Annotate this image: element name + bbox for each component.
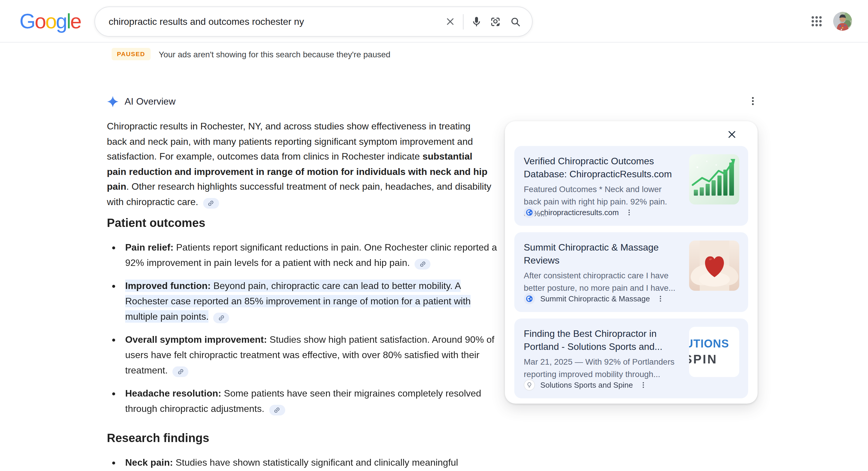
search-icon[interactable] xyxy=(508,14,523,29)
bullet-label: Pain relief: xyxy=(125,242,174,252)
source-attribution-row[interactable]: chiropracticresults.com xyxy=(524,207,634,218)
apps-grid-icon[interactable] xyxy=(811,16,822,27)
paused-status-badge: PAUSED xyxy=(112,48,151,60)
bullet-label: Headache resolution: xyxy=(125,388,221,398)
section-title: Research findings xyxy=(107,432,501,445)
source-thumbnail-heart-in-hands[interactable] xyxy=(689,240,739,291)
ai-overview-header: AI Overview xyxy=(107,96,176,108)
ai-overview-label: AI Overview xyxy=(125,96,176,107)
source-link-chip[interactable] xyxy=(203,198,219,208)
source-domain[interactable]: Solutions Sports and Spine xyxy=(540,381,633,389)
ai-bullet: Overall symptom improvement: Studies sho… xyxy=(107,332,501,378)
logo-letter: g xyxy=(56,8,66,34)
bullet-label: Neck pain: xyxy=(125,458,173,467)
ai-sparkle-icon xyxy=(107,96,119,108)
source-link-chip[interactable] xyxy=(269,405,285,415)
source-attribution-row[interactable]: Solutions Sports and Spine xyxy=(524,379,648,391)
sources-panel: Verified Chiropractic Outcomes Database:… xyxy=(505,121,757,404)
bullet-text: Studies have shown statistically signifi… xyxy=(125,458,466,471)
source-card-snippet: Mar 21, 2025 — With 92% of Portlanders r… xyxy=(524,356,681,380)
source-cards-list: Verified Chiropractic Outcomes Database:… xyxy=(514,146,748,398)
source-card-title[interactable]: Summit Chiropractic & Massage Reviews xyxy=(524,241,681,267)
ai-bullet: Neck pain: Studies have shown statistica… xyxy=(107,455,501,471)
bullet-text: Patients report significant reductions i… xyxy=(125,242,497,268)
ai-overview-more-options-icon[interactable] xyxy=(746,94,760,108)
mic-icon[interactable] xyxy=(469,14,484,29)
source-card-snippet: After consistent chiropractic care I hav… xyxy=(524,269,681,294)
logo-letter: o xyxy=(35,8,45,34)
source-thumbnail-growth-chart[interactable] xyxy=(689,154,739,204)
globe-icon xyxy=(524,207,535,218)
source-thumbnail-logo-text[interactable]: UTIONS SPIN xyxy=(689,327,739,377)
section-title: Patient outcomes xyxy=(107,216,501,230)
paused-notice-text: Your ads aren't showing for this search … xyxy=(159,49,391,59)
more-options-icon[interactable] xyxy=(656,294,665,303)
source-card[interactable]: Summit Chiropractic & Massage Reviews Af… xyxy=(514,232,748,312)
source-card-title[interactable]: Verified Chiropractic Outcomes Database:… xyxy=(524,155,681,180)
logo-letter: l xyxy=(66,8,70,34)
source-attribution-row[interactable]: Summit Chiropractic & Massage xyxy=(524,293,665,304)
patient-outcomes-list: Pain relief: Patients report significant… xyxy=(107,240,501,417)
ai-bullet: Headache resolution: Some patients have … xyxy=(107,386,501,417)
highlighted-text: Improved function: Beyond pain, chiropra… xyxy=(125,279,471,323)
logo-letter: o xyxy=(45,8,56,34)
logo-letter: G xyxy=(20,8,35,34)
more-options-icon[interactable] xyxy=(625,208,634,217)
ai-overview-paragraph: Chiropractic results in Rochester, NY, a… xyxy=(107,119,492,209)
source-domain[interactable]: chiropracticresults.com xyxy=(540,208,619,217)
source-domain[interactable]: Summit Chiropractic & Massage xyxy=(540,294,650,303)
ai-bullet: Pain relief: Patients report significant… xyxy=(107,240,501,271)
source-card[interactable]: Verified Chiropractic Outcomes Database:… xyxy=(514,146,748,226)
google-search-page: Google xyxy=(0,0,868,471)
globe-icon xyxy=(524,293,535,304)
research-findings-list: Neck pain: Studies have shown statistica… xyxy=(107,455,501,471)
user-avatar[interactable] xyxy=(833,12,852,31)
close-icon[interactable] xyxy=(724,126,739,142)
paragraph-text: . Other research highlights successful t… xyxy=(107,181,491,207)
bullet-label: Improved function: xyxy=(125,281,211,291)
search-bar[interactable] xyxy=(94,6,533,37)
source-link-chip[interactable] xyxy=(173,366,188,377)
bullet-label: Overall symptom improvement: xyxy=(125,334,267,345)
clear-icon[interactable] xyxy=(443,14,457,29)
source-link-chip[interactable] xyxy=(213,313,229,323)
lens-icon[interactable] xyxy=(488,14,502,29)
logo-letter: e xyxy=(70,8,81,34)
source-card[interactable]: Finding the Best Chiropractor in Portlan… xyxy=(514,319,748,398)
more-options-icon[interactable] xyxy=(639,380,648,390)
header-bar: Google xyxy=(0,0,868,42)
ai-overview-sections: Patient outcomes Pain relief: Patients r… xyxy=(107,216,501,471)
google-logo[interactable]: Google xyxy=(20,8,81,34)
search-input[interactable] xyxy=(95,16,443,27)
thumbnail-logo-line1: UTIONS xyxy=(689,337,739,350)
ads-paused-notice: PAUSED Your ads aren't showing for this … xyxy=(112,48,390,60)
paragraph-text: Chiropractic results in Rochester, NY, a… xyxy=(107,121,473,161)
source-card-title[interactable]: Finding the Best Chiropractor in Portlan… xyxy=(524,327,681,353)
source-link-chip[interactable] xyxy=(414,259,430,269)
thumbnail-logo-line2: SPIN xyxy=(689,352,739,366)
ai-bullet-highlighted: Improved function: Beyond pain, chiropra… xyxy=(107,278,501,324)
search-bar-divider xyxy=(463,14,464,29)
lightbulb-icon xyxy=(524,379,535,391)
